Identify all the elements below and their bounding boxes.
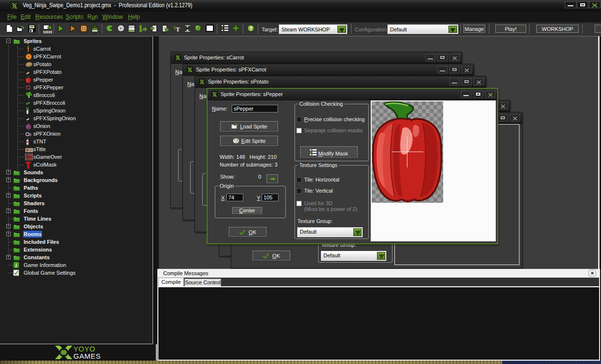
svg-text:GAMES: GAMES [73,352,101,360]
svg-text:OVER: OVER [26,157,33,160]
svg-text:T: T [176,26,180,32]
svg-text:?: ? [249,26,252,31]
svg-text:IOIOI: IOIOI [43,31,52,34]
